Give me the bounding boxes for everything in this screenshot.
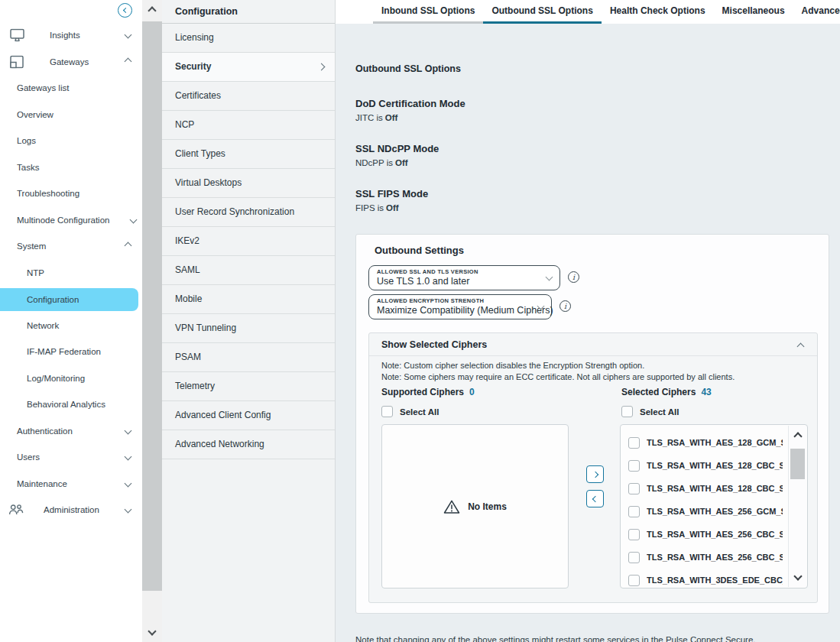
config-item-security[interactable]: Security [162,53,335,82]
config-item-virtual-desktops[interactable]: Virtual Desktops [162,169,335,198]
chevron-up-icon [125,242,132,250]
chevron-down-icon [130,216,138,224]
menu-scrollbar[interactable] [142,0,162,642]
status-value: Off [385,113,398,122]
configuration-menu: Configuration Licensing Security Certifi… [162,0,336,642]
chevron-down-icon [793,572,802,580]
sidebar-item-users[interactable]: Users [0,449,142,465]
chevron-down-icon [125,480,132,488]
checkbox[interactable] [628,483,640,494]
checkbox[interactable] [381,406,393,417]
encryption-strength-select[interactable]: ALLOWED ENCRYPTION STRENGTH Maximize Com… [368,294,552,319]
status-value: Off [386,203,399,212]
config-item-client-types[interactable]: Client Types [162,140,335,169]
ssl-fips-mode: SSL FIPS Mode FIPS isOff [355,188,428,212]
selected-ciphers-header: Selected Ciphers43 [621,387,712,397]
tab-inbound-ssl-options[interactable]: Inbound SSL Options [373,0,483,24]
chevron-left-icon [592,495,598,501]
people-icon [8,504,24,516]
chevron-right-icon [318,63,326,70]
sidebar-item-gateways-list[interactable]: Gateways list [0,80,142,96]
chevron-down-icon [546,273,553,280]
chevron-right-icon [592,471,598,477]
config-item-user-record-synchronization[interactable]: User Record Synchronization [162,198,335,227]
encryption-strength-info-icon[interactable]: i [559,300,571,312]
supported-select-all[interactable]: Select All [381,406,439,417]
outbound-settings-card: Outbound Settings ALLOWED SSL AND TLS VE… [355,234,829,614]
chevron-down-icon [125,31,132,39]
checkbox[interactable] [628,529,640,540]
selected-select-all[interactable]: Select All [621,406,679,417]
sidebar-item-gateways[interactable]: Gateways [0,54,142,70]
chevron-down-icon [125,506,132,514]
config-item-mobile[interactable]: Mobile [162,285,335,314]
scrollbar-thumb[interactable] [142,21,162,591]
sidebar-item-logs[interactable]: Logs [0,133,142,148]
scroll-up-button[interactable] [142,0,162,21]
scroll-down-button[interactable] [142,621,162,642]
chevron-down-icon [125,427,132,435]
checkbox[interactable] [628,552,640,563]
cipher-row: TLS_RSA_WITH_AES_256_CBC_SHA [621,523,783,546]
sidebar-item-log-monitoring[interactable]: Log/Monitoring [0,371,142,386]
move-left-button[interactable] [586,490,604,507]
selected-ciphers-listbox: TLS_RSA_WITH_AES_128_GCM_SHA256 TLS_RSA_… [620,424,808,588]
page-title: Outbound SSL Options [355,63,461,74]
chevron-up-icon [148,6,156,15]
configuration-menu-title: Configuration [162,0,335,24]
sidebar-item-troubleshooting[interactable]: Troubleshooting [0,186,142,201]
ssl-ndcpp-mode: SSL NDcPP Mode NDcPP isOff [355,143,439,167]
sidebar-item-system[interactable]: System [0,238,142,254]
config-item-vpn-tunneling[interactable]: VPN Tunneling [162,314,335,343]
config-item-licensing[interactable]: Licensing [162,24,335,53]
sidebar-item-administration[interactable]: Administration [0,502,142,517]
move-right-button[interactable] [586,465,604,483]
config-item-certificates[interactable]: Certificates [162,82,335,111]
sidebar-item-insights[interactable]: Insights [0,28,142,43]
sidebar-item-multinode-configuration[interactable]: Multinode Configuration [0,212,142,228]
config-item-ikev2[interactable]: IKEv2 [162,227,335,256]
sidebar-item-ntp[interactable]: NTP [0,265,142,280]
checkbox[interactable] [628,506,640,517]
ssl-tls-version-info-icon[interactable]: i [568,271,579,283]
tab-outbound-ssl-options[interactable]: Outbound SSL Options [483,0,601,24]
tab-health-check-options[interactable]: Health Check Options [602,0,714,24]
config-item-advanced-client-config[interactable]: Advanced Client Config [162,401,335,430]
main-area: Inbound SSL Options Outbound SSL Options… [336,0,840,642]
ssl-options-tabbar: Inbound SSL Options Outbound SSL Options… [336,0,840,24]
checkbox[interactable] [628,575,640,586]
cipher-list-scrollbar[interactable] [788,426,806,587]
sidebar-item-authentication[interactable]: Authentication [0,423,142,439]
config-item-telemetry[interactable]: Telemetry [162,372,335,401]
config-item-ncp[interactable]: NCP [162,111,335,140]
scroll-down-button[interactable] [789,567,806,585]
no-items-message: No Items [382,499,568,514]
sidebar-item-behavioral-analytics[interactable]: Behavioral Analytics [0,397,142,412]
checkbox[interactable] [628,460,640,472]
sidebar-item-configuration[interactable]: Configuration [0,288,138,311]
config-item-psam[interactable]: PSAM [162,343,335,372]
sidebar-item-maintenance[interactable]: Maintenance [0,476,142,491]
config-item-saml[interactable]: SAML [162,256,335,285]
ciphers-panel-header[interactable]: Show Selected Ciphers [369,333,817,356]
tab-miscellaneous[interactable]: Miscellaneous [714,0,793,24]
selected-ciphers-count: 43 [701,387,711,397]
ssl-tls-version-select[interactable]: ALLOWED SSL AND TLS VERSION Use TLS 1.0 … [368,265,560,290]
config-item-advanced-networking[interactable]: Advanced Networking [162,430,335,459]
cipher-row: TLS_RSA_WITH_AES_256_CBC_SHA256 [621,546,783,569]
checkbox[interactable] [628,437,640,449]
sidebar-item-tasks[interactable]: Tasks [0,160,142,175]
sidebar: Insights Gateways Gateways list Overview… [0,0,142,642]
sidebar-item-if-map-federation[interactable]: IF-MAP Federation [0,344,142,359]
chevron-up-icon [793,432,802,440]
scroll-up-button[interactable] [789,427,806,446]
sidebar-item-overview[interactable]: Overview [0,107,142,122]
tab-advanced[interactable]: Advanced [793,0,840,24]
checkbox[interactable] [621,406,633,417]
show-selected-ciphers-panel: Show Selected Ciphers Note: Custom ciphe… [368,332,818,603]
card-title: Outbound Settings [375,245,464,256]
supported-ciphers-listbox: No Items [381,424,569,588]
scrollbar-thumb[interactable] [790,449,805,479]
sidebar-collapse-button[interactable] [118,3,132,18]
sidebar-item-network[interactable]: Network [0,318,142,333]
